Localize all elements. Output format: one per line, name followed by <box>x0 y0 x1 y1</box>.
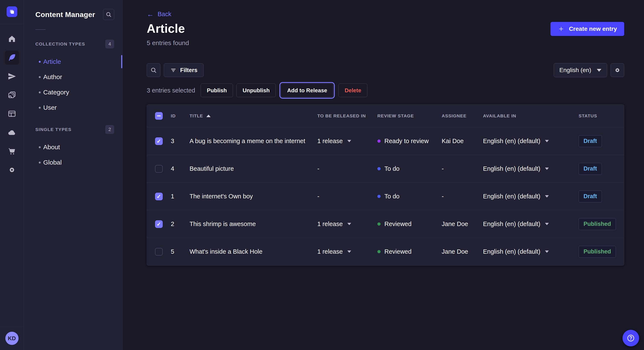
add-to-release-button[interactable]: Add to Release <box>281 84 333 97</box>
stage-label: To do <box>384 165 400 172</box>
cell-review-stage: To do <box>377 193 442 200</box>
column-header-id[interactable]: ID <box>171 113 190 118</box>
stage-dot-icon <box>377 195 380 198</box>
search-icon <box>106 11 112 18</box>
cloud-icon[interactable] <box>5 126 19 140</box>
table-row[interactable]: 4 Beautiful picture - To do - English (e… <box>147 155 624 182</box>
available-in-value: English (en) (default) <box>483 165 540 172</box>
filter-icon <box>170 67 177 74</box>
cell-available-in[interactable]: English (en) (default) <box>483 248 578 255</box>
cell-id: 1 <box>171 193 190 200</box>
row-checkbox[interactable]: ✓ <box>155 220 163 228</box>
cell-id: 3 <box>171 138 190 145</box>
sidebar-item-category[interactable]: Category <box>35 85 122 100</box>
cell-release[interactable]: 1 release <box>317 138 377 145</box>
available-in-value: English (en) (default) <box>483 220 540 227</box>
cell-review-stage: Reviewed <box>377 248 442 255</box>
table-row[interactable]: ✓ 1 The internet's Own boy - To do - Eng… <box>147 182 624 210</box>
selection-summary: 3 entries selected <box>147 87 195 94</box>
stage-dot-icon <box>377 250 380 253</box>
sidebar-item-global[interactable]: Global <box>35 155 122 170</box>
collection-types-count-badge: 4 <box>105 39 114 48</box>
search-button[interactable] <box>147 63 160 77</box>
sidebar-item-label: User <box>43 104 57 111</box>
back-link[interactable]: ← Back <box>147 0 171 18</box>
gear-icon[interactable] <box>5 163 19 177</box>
panel-search-button[interactable] <box>103 9 114 20</box>
chevron-down-icon <box>545 140 549 142</box>
user-avatar[interactable]: KD <box>5 332 18 345</box>
images-icon[interactable] <box>5 88 19 102</box>
locale-select[interactable]: English (en) <box>554 63 607 77</box>
publish-button[interactable]: Publish <box>200 84 233 97</box>
sidebar-item-label: Category <box>43 89 69 96</box>
delete-button[interactable]: Delete <box>338 84 367 97</box>
release-value: 1 release <box>317 138 343 145</box>
cell-available-in[interactable]: English (en) (default) <box>483 193 578 200</box>
cell-available-in[interactable]: English (en) (default) <box>483 138 578 145</box>
main-content: ← Back Article Create new entry 5 entrie… <box>122 0 644 350</box>
cell-assignee: - <box>442 165 483 172</box>
cell-release[interactable]: 1 release <box>317 248 377 255</box>
stage-dot-icon <box>377 222 380 226</box>
sidebar-item-label: Global <box>43 159 62 166</box>
cart-icon[interactable] <box>5 144 19 158</box>
stage-dot-icon <box>377 140 380 143</box>
release-value: 1 release <box>317 248 343 255</box>
check-icon: ✓ <box>156 221 161 227</box>
stage-label: To do <box>384 193 400 200</box>
strapi-logo-icon[interactable] <box>6 6 17 17</box>
layout-icon[interactable] <box>5 107 19 121</box>
sort-ascending-icon <box>206 115 210 117</box>
column-header-assignee: ASSIGNEE <box>442 113 483 118</box>
indeterminate-dash-icon <box>157 116 161 116</box>
status-badge: Draft <box>578 135 602 147</box>
table-row[interactable]: 5 What's inside a Black Hole 1 release R… <box>147 238 624 265</box>
table-row[interactable]: ✓ 2 This shrimp is awesome 1 release Rev… <box>147 210 624 238</box>
column-header-title[interactable]: TITLE <box>190 113 317 118</box>
cell-title: This shrimp is awesome <box>190 220 317 227</box>
bullet-icon <box>39 146 41 148</box>
sidebar-item-author[interactable]: Author <box>35 69 122 85</box>
chevron-down-icon <box>347 223 351 225</box>
bullet-icon <box>39 107 41 109</box>
row-checkbox[interactable] <box>155 248 163 256</box>
help-button[interactable] <box>622 330 639 347</box>
home-icon[interactable] <box>5 32 19 46</box>
cell-id: 5 <box>171 248 190 255</box>
search-icon <box>150 67 157 74</box>
cell-release: - <box>317 165 377 172</box>
sidebar-item-label: Author <box>43 73 62 81</box>
select-all-checkbox[interactable] <box>155 112 163 120</box>
bullet-icon <box>39 91 41 93</box>
sidebar-item-about[interactable]: About <box>35 140 122 155</box>
cell-available-in[interactable]: English (en) (default) <box>483 220 578 227</box>
table-header-row: ID TITLE TO BE RELEASED IN REVIEW STAGE … <box>147 105 624 127</box>
cell-available-in[interactable]: English (en) (default) <box>483 165 578 172</box>
cell-title: What's inside a Black Hole <box>190 248 317 255</box>
row-checkbox[interactable]: ✓ <box>155 137 163 145</box>
status-badge: Published <box>578 218 616 230</box>
paper-plane-icon[interactable] <box>5 69 19 83</box>
status-badge: Draft <box>578 163 602 175</box>
bullet-icon <box>39 162 41 164</box>
column-header-to-be-released-in: TO BE RELEASED IN <box>317 113 377 118</box>
single-types-section: SINGLE TYPES 2 About Global <box>35 125 122 170</box>
chevron-down-icon <box>347 140 351 142</box>
table-row[interactable]: ✓ 3 A bug is becoming a meme on the inte… <box>147 127 624 155</box>
create-new-entry-button[interactable]: Create new entry <box>550 22 624 36</box>
settings-button[interactable] <box>610 63 624 77</box>
section-label-collection-types: COLLECTION TYPES <box>35 41 85 47</box>
cell-release[interactable]: 1 release <box>317 220 377 227</box>
question-mark-icon <box>626 334 635 342</box>
cell-review-stage: To do <box>377 165 442 172</box>
row-checkbox[interactable]: ✓ <box>155 193 163 200</box>
unpublish-button[interactable]: Unpublish <box>236 84 276 97</box>
feather-icon[interactable] <box>5 51 19 65</box>
filters-button[interactable]: Filters <box>164 63 204 77</box>
chevron-down-icon <box>597 69 602 72</box>
cell-review-stage: Reviewed <box>377 220 442 227</box>
sidebar-item-article[interactable]: Article <box>35 54 122 69</box>
row-checkbox[interactable] <box>155 165 163 173</box>
sidebar-item-user[interactable]: User <box>35 100 122 115</box>
